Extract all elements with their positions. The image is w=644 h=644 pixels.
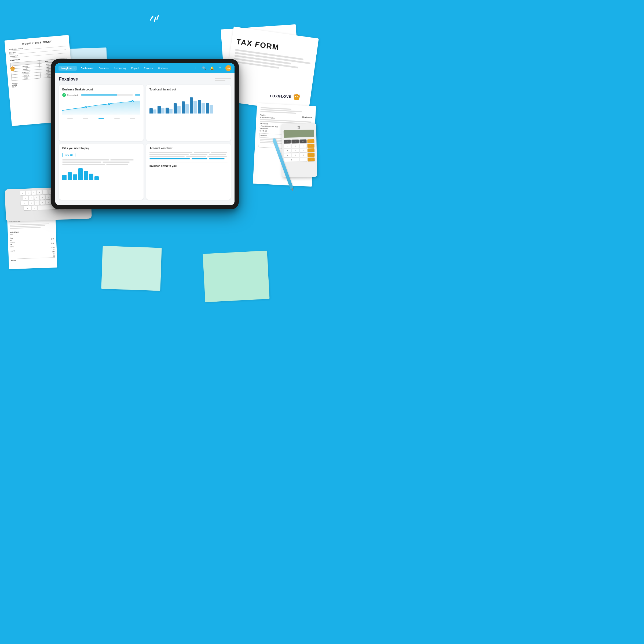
bills-title: Bills you need to pay <box>62 147 140 150</box>
bills-lines <box>62 159 140 165</box>
watchlist-rows <box>149 152 228 159</box>
invoices-title: Invoices owed to you <box>149 164 228 167</box>
tablet-screen: Foxglove ▾ Dashboard Business Accounting… <box>55 63 235 205</box>
watchlist-row <box>149 154 228 155</box>
tablet-device: Foxglove ▾ Dashboard Business Accounting… <box>51 59 239 209</box>
watchlist-title: Account watchlist <box>149 147 228 150</box>
svg-line-9 <box>154 17 156 21</box>
nav-help-icon[interactable]: ? <box>217 65 223 71</box>
nav-brand[interactable]: Foxglove ▾ <box>58 66 77 71</box>
nav-link-payroll[interactable]: Payroll <box>130 66 140 70</box>
brand-dropdown-arrow: ▾ <box>74 67 75 69</box>
line-chart-svg <box>62 98 140 115</box>
title-decorative-lines <box>215 78 231 81</box>
foxglove-logo-paper: FOXGLOVE <box>270 92 301 101</box>
invoices-section: Invoices owed to you <box>149 163 228 167</box>
bank-account-menu[interactable]: ⋮ <box>137 87 141 92</box>
mint-paper-1 <box>101 246 162 291</box>
svg-point-12 <box>108 103 110 105</box>
svg-point-11 <box>85 107 87 108</box>
nav-search-icon[interactable]: 🔍 <box>201 65 207 71</box>
nav-link-business[interactable]: Business <box>97 66 110 70</box>
reconciled-badge: ✓ Reconciled <box>62 93 140 97</box>
svg-line-8 <box>150 16 153 20</box>
bank-account-title: Business Bank Account <box>62 88 140 91</box>
widget-watchlist: Account watchlist <box>146 144 231 200</box>
new-bill-button[interactable]: New Bill <box>62 153 75 157</box>
svg-point-13 <box>131 101 133 102</box>
watchlist-row <box>149 152 228 153</box>
sparkle-decoration <box>142 13 164 35</box>
dashboard-grid: Business Bank Account ⋮ ✓ Reconciled <box>59 85 231 200</box>
fox-icon-small <box>10 65 15 73</box>
fox-logo-icon <box>293 93 301 101</box>
timesheet2-paper: HOURS WORKED to be faxed or em... Vicky/… <box>7 214 57 269</box>
dashboard-content: Foxglove Business Bank Account ⋮ ✓ Recon… <box>55 73 235 205</box>
nav-link-dashboard[interactable]: Dashboard <box>79 66 95 70</box>
nav-link-contacts[interactable]: Contacts <box>157 66 169 70</box>
bank-account-chart <box>62 98 140 117</box>
bills-bar-chart <box>62 167 140 180</box>
widget-bills: Bills you need to pay New Bill <box>59 144 144 200</box>
nav-link-accounting[interactable]: Accounting <box>112 66 127 70</box>
nav-bar: Foxglove ▾ Dashboard Business Accounting… <box>55 63 235 73</box>
letter-header <box>260 107 312 115</box>
reconciled-progress-bar <box>81 94 133 96</box>
widget-bank-account: Business Bank Account ⋮ ✓ Reconciled <box>59 85 144 141</box>
total-cash-title: Total cash in and out <box>149 88 228 91</box>
nav-add-icon[interactable]: + <box>193 65 199 71</box>
page-title: Foxglove <box>59 77 78 82</box>
svg-marker-0 <box>10 66 15 71</box>
nav-bell-icon[interactable]: 🔔 <box>209 65 215 71</box>
calculator-screen <box>284 130 314 138</box>
mint-paper-2 <box>203 251 269 302</box>
watchlist-row <box>149 158 228 159</box>
nav-user-avatar[interactable]: NH <box>225 65 231 71</box>
calculator-buttons: C ± % ÷ 7 8 9 × 4 5 6 − 1 2 3 + 0 . = <box>284 139 314 162</box>
nav-link-projects[interactable]: Projects <box>143 66 154 70</box>
dashboard-title-row: Foxglove <box>59 77 231 82</box>
reconciled-check-icon: ✓ <box>62 93 66 97</box>
reconciled-label: Reconciled <box>67 94 78 96</box>
widget-total-cash: Total cash in and out <box>146 85 231 141</box>
total-cash-bar-chart <box>149 93 228 115</box>
svg-line-10 <box>157 16 158 19</box>
watchlist-row <box>149 156 228 157</box>
chart-axis-labels <box>62 118 140 119</box>
reconciled-bar-fill <box>81 94 117 96</box>
